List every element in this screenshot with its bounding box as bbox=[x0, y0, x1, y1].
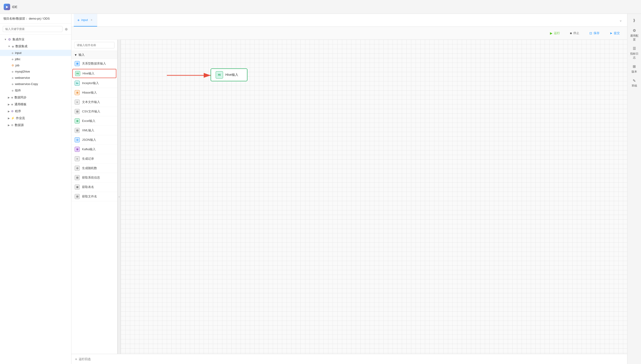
right-panel-draft[interactable]: ✎ 草稿 bbox=[628, 76, 640, 90]
tree-item-workflow[interactable]: ▶ ⚡ 作业流 bbox=[0, 115, 71, 122]
tab-bar-arrow-icon[interactable]: ⌄ bbox=[618, 17, 623, 23]
get-tablename-icon: ⊞ bbox=[75, 184, 80, 190]
excel-icon: ⊞ bbox=[75, 118, 80, 124]
log-label: 运行日志 bbox=[79, 357, 91, 361]
tab-close-button[interactable]: × bbox=[90, 18, 93, 22]
run-label: 运行 bbox=[554, 31, 560, 35]
get-filelist-label: 获取文件名 bbox=[82, 194, 97, 198]
right-panel-arrow[interactable]: ⟫ bbox=[628, 16, 640, 25]
component-item-get-filelist[interactable]: ⊟ 获取文件名 bbox=[72, 192, 117, 201]
category-label: 输入 bbox=[78, 53, 84, 57]
expand-icon: ⟫ bbox=[630, 18, 639, 23]
tree-item-data-integration[interactable]: ▼ ◈ 数据集成 bbox=[0, 43, 71, 50]
sidebar-search-input[interactable] bbox=[3, 26, 62, 32]
csv-file-label: CSV文件输入 bbox=[82, 110, 100, 114]
tree-label-component: 组件 bbox=[15, 88, 21, 92]
component-item-gen-record[interactable]: ≡ 生成记录 bbox=[72, 154, 117, 164]
project-label: 项目名称/数据层： bbox=[3, 17, 28, 20]
component-item-gen-random[interactable]: ⊙ 生成随机数 bbox=[72, 164, 117, 173]
tree-label-cluster-jobs: 集成作业 bbox=[12, 37, 24, 42]
tree-item-mysql2hive[interactable]: ◈ mysql2hive bbox=[0, 68, 71, 75]
component-item-hbase-input[interactable]: ⊞ Hbase输入 bbox=[72, 88, 117, 98]
tree-item-job[interactable]: ⚙ job bbox=[0, 62, 71, 68]
submit-label: 提交 bbox=[614, 31, 620, 35]
tab-input[interactable]: ◈ input × bbox=[74, 14, 97, 26]
xml-label: XML输入 bbox=[82, 128, 94, 132]
canvas-node-hive-input[interactable]: Hi Hive输入 bbox=[210, 68, 248, 81]
hive-input-label: Hive输入 bbox=[82, 72, 94, 76]
save-icon: ⊡ bbox=[590, 31, 592, 35]
app-title: IDE bbox=[12, 5, 17, 9]
log-icon: ≡ bbox=[75, 357, 77, 361]
tree-item-datasource[interactable]: ▶ ⊛ 数据源 bbox=[0, 122, 71, 128]
tab-bar-right: ⌄ bbox=[618, 14, 625, 26]
get-tablename-label: 获取表名 bbox=[82, 185, 94, 189]
component-item-get-sysinfo[interactable]: ⊟ 获取系统信息 bbox=[72, 173, 117, 182]
component-item-csv-file-input[interactable]: ⊟ CSV文件输入 bbox=[72, 107, 117, 116]
tree-folder-expand-icon: ▼ bbox=[8, 45, 10, 48]
tree-label-program: 程序 bbox=[15, 109, 21, 113]
tree-item-component[interactable]: ◈ 组件 bbox=[0, 87, 71, 94]
tree-item-data-sync[interactable]: ▶ ◈ 数据同步 bbox=[0, 94, 71, 101]
save-button[interactable]: ⊡ 保存 bbox=[586, 30, 602, 37]
relational-db-icon: ⊞ bbox=[75, 61, 80, 66]
tree-label-data-sync: 数据同步 bbox=[14, 96, 26, 100]
right-panel-directive[interactable]: ☰ 指标日志 bbox=[628, 44, 640, 61]
tab-label: input bbox=[81, 18, 88, 22]
component-panel: ▼ 输入 ⊞ 关系型数据库输入 Hi Hive输入 bbox=[72, 40, 118, 354]
run-button[interactable]: ▶ 运行 bbox=[547, 30, 563, 37]
component-category-input[interactable]: ▼ 输入 bbox=[72, 51, 117, 59]
tree-expand-icon: ▼ bbox=[4, 38, 7, 41]
canvas[interactable]: Hi Hive输入 bbox=[121, 40, 627, 354]
canvas-arrow-svg bbox=[121, 40, 627, 354]
tree-label-webservice: webservice bbox=[15, 76, 30, 80]
stop-button[interactable]: ■ 停止 bbox=[567, 30, 582, 37]
tree-label-jdbc: jdbc bbox=[15, 57, 20, 61]
directive-icon: ☰ bbox=[630, 46, 639, 51]
tree-label-mysql2hive: mysql2hive bbox=[15, 70, 30, 73]
component-item-hive-input[interactable]: Hi Hive输入 bbox=[72, 69, 116, 78]
tree-item-webservice-copy[interactable]: ◈ webservice-Copy bbox=[0, 81, 71, 87]
tree-item-general-template[interactable]: ▶ ◈ 通用模板 bbox=[0, 101, 71, 108]
inceptor-label: Inceptor输入 bbox=[82, 81, 99, 85]
tree-program-icon: ▶ bbox=[8, 110, 10, 113]
directive-label: 指标日志 bbox=[630, 52, 638, 59]
config-icon: ⚙ bbox=[630, 28, 639, 33]
tree-datasource-icon: ▶ bbox=[8, 124, 10, 127]
save-label: 保存 bbox=[594, 31, 600, 35]
tree-sync-icon: ▶ bbox=[8, 96, 10, 99]
component-search-input[interactable] bbox=[74, 42, 114, 48]
sidebar-add-button[interactable]: ⊕ bbox=[64, 27, 68, 31]
main-layout: 项目名称/数据层： demo-prj / ODS ⊕ ▼ ⚙ 集成作业 ▼ ◈ … bbox=[0, 14, 641, 364]
tree-item-cluster-jobs[interactable]: ▼ ⚙ 集成作业 bbox=[0, 36, 71, 43]
right-panel-version[interactable]: ⊞ 版本 bbox=[628, 62, 640, 75]
version-label: 版本 bbox=[632, 70, 637, 73]
component-item-kafka-input[interactable]: ⊠ Kafka输入 bbox=[72, 145, 117, 154]
right-panel: ⟫ ⚙ 通用配置 ☰ 指标日志 ⊞ 版本 ✎ 草稿 bbox=[627, 14, 641, 364]
component-item-json-input[interactable]: ⊙ JSON输入 bbox=[72, 135, 117, 145]
tree-workflow-icon: ▶ bbox=[8, 117, 10, 120]
component-item-xml-input[interactable]: ⊟ XML输入 bbox=[72, 126, 117, 135]
inceptor-icon: In bbox=[75, 81, 80, 86]
hbase-icon: ⊞ bbox=[75, 90, 80, 95]
tree-item-jdbc[interactable]: ◈ jdbc bbox=[0, 56, 71, 62]
right-panel-config[interactable]: ⚙ 通用配置 bbox=[628, 26, 640, 43]
kafka-label: Kafka输入 bbox=[82, 147, 96, 151]
relational-db-label: 关系型数据库输入 bbox=[82, 62, 106, 66]
submit-button[interactable]: ➤ 提交 bbox=[607, 30, 622, 37]
toolbar: ▶ 运行 ■ 停止 ⊡ 保存 ➤ 提交 bbox=[72, 27, 627, 40]
node-icon: Hi bbox=[216, 71, 223, 78]
json-icon: ⊙ bbox=[75, 137, 80, 142]
component-item-text-file-input[interactable]: ≡ 文本文件输入 bbox=[72, 98, 117, 107]
tree-item-webservice[interactable]: ◈ webservice bbox=[0, 75, 71, 81]
component-item-inceptor-input[interactable]: In Inceptor输入 bbox=[72, 78, 117, 88]
panel-collapse-handle[interactable]: ‹ bbox=[118, 40, 121, 354]
component-item-relational-db-input[interactable]: ⊞ 关系型数据库输入 bbox=[72, 59, 117, 68]
component-item-excel-input[interactable]: ⊞ Excel输入 bbox=[72, 116, 117, 126]
tree-item-input[interactable]: ◈ input bbox=[0, 50, 71, 56]
tree-label-general-template: 通用模板 bbox=[14, 102, 26, 106]
submit-icon: ➤ bbox=[610, 31, 612, 35]
component-search-container bbox=[72, 40, 117, 51]
component-item-get-tablename[interactable]: ⊞ 获取表名 bbox=[72, 182, 117, 192]
tree-item-program[interactable]: ▶ ⚙ 程序 bbox=[0, 108, 71, 115]
